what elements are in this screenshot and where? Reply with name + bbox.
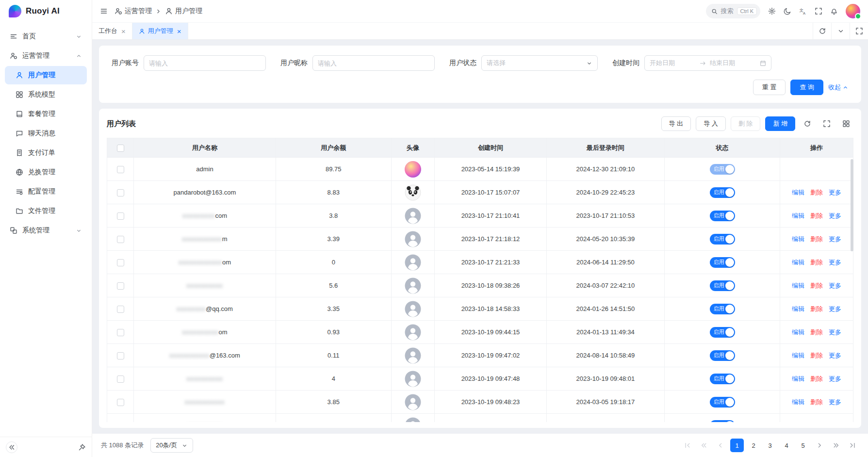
delete-link[interactable]: 删除 xyxy=(810,189,823,196)
status-toggle[interactable]: 启用 xyxy=(710,257,735,268)
breadcrumb-item-operations[interactable]: 运营管理 xyxy=(115,7,152,16)
delete-link[interactable]: 删除 xyxy=(810,375,823,382)
previous-page-button[interactable] xyxy=(714,439,727,452)
fullscreen-button[interactable] xyxy=(815,7,822,15)
notifications-button[interactable] xyxy=(830,7,838,15)
page-number-button[interactable]: 3 xyxy=(763,439,777,452)
nickname-input[interactable] xyxy=(312,55,435,71)
status-toggle[interactable]: 启用 xyxy=(710,327,735,338)
tab-close-icon[interactable]: × xyxy=(177,28,181,35)
content-fullscreen-button[interactable] xyxy=(850,23,868,39)
row-checkbox[interactable] xyxy=(117,352,124,359)
page-number-button[interactable]: 2 xyxy=(747,439,760,452)
language-button[interactable]: 文A xyxy=(799,7,807,15)
export-button[interactable]: 导 出 xyxy=(661,116,691,131)
status-toggle[interactable]: 启用 xyxy=(710,164,735,175)
sidebar-item-system-model[interactable]: 系统模型 xyxy=(5,85,87,104)
add-button[interactable]: 新 增 xyxy=(765,116,795,131)
row-checkbox[interactable] xyxy=(117,189,124,196)
edit-link[interactable]: 编辑 xyxy=(792,398,804,406)
edit-link[interactable]: 编辑 xyxy=(792,328,804,336)
sidebar-collapse-button[interactable] xyxy=(6,441,17,453)
collapse-filter-link[interactable]: 收起 xyxy=(828,83,849,92)
created-date-range[interactable]: 开始日期 结束日期 xyxy=(644,55,771,71)
delete-link[interactable]: 删除 xyxy=(810,259,823,266)
row-checkbox[interactable] xyxy=(117,212,124,220)
select-all-checkbox[interactable] xyxy=(117,145,124,152)
row-checkbox[interactable] xyxy=(117,375,124,383)
status-toggle[interactable]: 启用 xyxy=(710,420,735,423)
row-checkbox[interactable] xyxy=(117,282,124,290)
more-link[interactable]: 更多 xyxy=(829,189,841,196)
more-link[interactable]: 更多 xyxy=(829,305,841,312)
tab-refresh-button[interactable] xyxy=(813,23,831,39)
more-link[interactable]: 更多 xyxy=(829,259,841,266)
sidebar-item-chat-messages[interactable]: 聊天消息 xyxy=(5,124,87,143)
edit-link[interactable]: 编辑 xyxy=(792,235,804,243)
status-toggle[interactable]: 启用 xyxy=(710,397,735,408)
row-checkbox[interactable] xyxy=(117,329,124,336)
column-settings-button[interactable] xyxy=(839,116,853,131)
global-search[interactable]: 搜索 Ctrl K xyxy=(706,4,761,18)
delete-link[interactable]: 删除 xyxy=(810,398,823,406)
page-number-button[interactable]: 4 xyxy=(780,439,793,452)
more-link[interactable]: 更多 xyxy=(829,328,841,336)
sidebar-item-file-management[interactable]: 文件管理 xyxy=(5,202,87,220)
sidebar-item-config-management[interactable]: 配置管理 xyxy=(5,182,87,201)
page-size-select[interactable]: 20条/页 xyxy=(150,438,193,453)
more-link[interactable]: 更多 xyxy=(829,235,841,243)
more-link[interactable]: 更多 xyxy=(829,375,841,382)
sidebar-group-home[interactable]: 首页 xyxy=(5,27,87,46)
account-input[interactable] xyxy=(144,55,266,71)
sidebar-pin-button[interactable] xyxy=(78,443,86,451)
status-toggle[interactable]: 启用 xyxy=(710,234,735,245)
tab-workbench[interactable]: 工作台× xyxy=(92,23,132,39)
delete-link[interactable]: 删除 xyxy=(810,328,823,336)
edit-link[interactable]: 编辑 xyxy=(792,189,804,196)
sidebar-group-system[interactable]: 系统管理 xyxy=(5,221,87,240)
tab-actions-dropdown[interactable] xyxy=(831,23,850,39)
row-checkbox[interactable] xyxy=(117,259,124,266)
settings-button[interactable] xyxy=(768,7,776,15)
more-link[interactable]: 更多 xyxy=(829,282,841,289)
sidebar-item-redeem-management[interactable]: 兑换管理 xyxy=(5,163,87,181)
sidebar-item-user-management[interactable]: 用户管理 xyxy=(5,66,87,84)
edit-link[interactable]: 编辑 xyxy=(792,375,804,382)
status-toggle[interactable]: 启用 xyxy=(710,350,735,361)
status-toggle[interactable]: 启用 xyxy=(710,211,735,221)
user-avatar[interactable] xyxy=(846,4,860,18)
more-link[interactable]: 更多 xyxy=(829,212,841,219)
status-select[interactable]: 请选择 xyxy=(481,55,598,71)
delete-link[interactable]: 删除 xyxy=(810,282,823,289)
delete-button[interactable]: 删 除 xyxy=(731,116,761,131)
next-page-button[interactable] xyxy=(813,439,826,452)
refresh-table-button[interactable] xyxy=(800,116,815,131)
tab-user-management[interactable]: 用户管理× xyxy=(132,23,188,39)
status-toggle[interactable]: 启用 xyxy=(710,374,735,384)
jump-back-button[interactable] xyxy=(697,439,711,452)
hamburger-menu-button[interactable] xyxy=(100,7,108,15)
more-link[interactable]: 更多 xyxy=(829,398,841,406)
row-checkbox[interactable] xyxy=(117,306,124,313)
jump-forward-button[interactable] xyxy=(829,439,843,452)
delete-link[interactable]: 删除 xyxy=(810,235,823,243)
query-button[interactable]: 查 询 xyxy=(790,80,823,95)
page-number-button[interactable]: 5 xyxy=(796,439,810,452)
row-checkbox[interactable] xyxy=(117,236,124,243)
status-toggle[interactable]: 启用 xyxy=(710,187,735,198)
sidebar-item-payment-orders[interactable]: 支付订单 xyxy=(5,144,87,162)
table-scrollbar[interactable] xyxy=(851,159,853,251)
delete-link[interactable]: 删除 xyxy=(810,305,823,312)
edit-link[interactable]: 编辑 xyxy=(792,422,804,423)
status-toggle[interactable]: 启用 xyxy=(710,304,735,314)
table-fullscreen-button[interactable] xyxy=(819,116,834,131)
edit-link[interactable]: 编辑 xyxy=(792,305,804,312)
status-toggle[interactable]: 启用 xyxy=(710,280,735,291)
dark-mode-button[interactable] xyxy=(784,7,791,15)
reset-button[interactable]: 重 置 xyxy=(753,80,786,95)
import-button[interactable]: 导 入 xyxy=(696,116,726,131)
delete-link[interactable]: 删除 xyxy=(810,212,823,219)
last-page-button[interactable] xyxy=(846,439,859,452)
more-link[interactable]: 更多 xyxy=(829,352,841,359)
brand[interactable]: Ruoyi AI xyxy=(0,0,92,22)
